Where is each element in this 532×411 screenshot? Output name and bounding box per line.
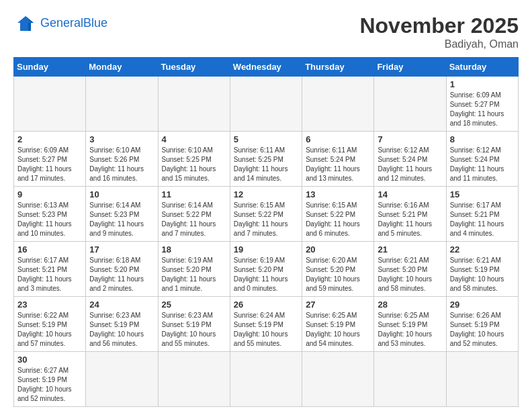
calendar-day-cell: 19Sunrise: 6:19 AMSunset: 5:20 PMDayligh… <box>230 242 302 297</box>
weekday-header-saturday: Saturday <box>446 58 518 77</box>
day-number: 11 <box>162 189 226 199</box>
day-number: 3 <box>89 134 154 144</box>
day-sun-info: Sunrise: 6:12 AMSunset: 5:24 PMDaylight:… <box>450 146 515 183</box>
calendar-day-cell: 26Sunrise: 6:24 AMSunset: 5:19 PMDayligh… <box>230 297 302 352</box>
day-number: 24 <box>89 300 154 310</box>
weekday-header-sunday: Sunday <box>14 58 86 77</box>
month-year-title: November 2025 <box>359 13 519 38</box>
day-number: 29 <box>450 300 515 310</box>
calendar-day-cell: 2Sunrise: 6:09 AMSunset: 5:27 PMDaylight… <box>14 132 86 187</box>
calendar-day-cell: 7Sunrise: 6:12 AMSunset: 5:24 PMDaylight… <box>374 132 446 187</box>
calendar-day-cell <box>302 77 374 132</box>
calendar-week-row: 16Sunrise: 6:17 AMSunset: 5:21 PMDayligh… <box>14 242 519 297</box>
calendar-day-cell: 15Sunrise: 6:17 AMSunset: 5:21 PMDayligh… <box>446 187 518 242</box>
day-sun-info: Sunrise: 6:25 AMSunset: 5:19 PMDaylight:… <box>306 311 370 349</box>
day-sun-info: Sunrise: 6:14 AMSunset: 5:23 PMDaylight:… <box>89 201 154 238</box>
day-sun-info: Sunrise: 6:10 AMSunset: 5:25 PMDaylight:… <box>162 146 226 183</box>
day-number: 1 <box>450 79 515 89</box>
logo-icon <box>13 13 38 34</box>
calendar-day-cell: 12Sunrise: 6:15 AMSunset: 5:22 PMDayligh… <box>230 187 302 242</box>
calendar-day-cell <box>14 77 86 132</box>
day-number: 8 <box>450 134 515 144</box>
weekday-header-tuesday: Tuesday <box>158 58 230 77</box>
title-block: November 2025 Badiyah, Oman <box>359 13 519 50</box>
calendar-day-cell: 4Sunrise: 6:10 AMSunset: 5:25 PMDaylight… <box>158 132 230 187</box>
day-number: 30 <box>17 355 82 365</box>
calendar-day-cell <box>302 352 374 407</box>
weekday-header-thursday: Thursday <box>302 58 374 77</box>
day-sun-info: Sunrise: 6:11 AMSunset: 5:25 PMDaylight:… <box>234 146 298 183</box>
calendar-day-cell: 14Sunrise: 6:16 AMSunset: 5:21 PMDayligh… <box>374 187 446 242</box>
calendar-day-cell <box>158 77 230 132</box>
day-sun-info: Sunrise: 6:21 AMSunset: 5:20 PMDaylight:… <box>378 256 442 293</box>
day-sun-info: Sunrise: 6:12 AMSunset: 5:24 PMDaylight:… <box>378 146 442 183</box>
day-sun-info: Sunrise: 6:10 AMSunset: 5:26 PMDaylight:… <box>89 146 154 183</box>
calendar-table: SundayMondayTuesdayWednesdayThursdayFrid… <box>13 57 519 407</box>
day-number: 25 <box>162 300 226 310</box>
calendar-day-cell: 30Sunrise: 6:27 AMSunset: 5:19 PMDayligh… <box>14 352 86 407</box>
day-sun-info: Sunrise: 6:19 AMSunset: 5:20 PMDaylight:… <box>234 256 298 293</box>
weekday-header-monday: Monday <box>86 58 158 77</box>
calendar-day-cell: 11Sunrise: 6:14 AMSunset: 5:22 PMDayligh… <box>158 187 230 242</box>
day-number: 4 <box>162 134 226 144</box>
day-sun-info: Sunrise: 6:09 AMSunset: 5:27 PMDaylight:… <box>17 146 82 183</box>
calendar-day-cell <box>86 352 158 407</box>
calendar-day-cell: 17Sunrise: 6:18 AMSunset: 5:20 PMDayligh… <box>86 242 158 297</box>
calendar-day-cell: 3Sunrise: 6:10 AMSunset: 5:26 PMDaylight… <box>86 132 158 187</box>
day-number: 6 <box>306 134 370 144</box>
day-sun-info: Sunrise: 6:17 AMSunset: 5:21 PMDaylight:… <box>450 201 515 238</box>
calendar-day-cell: 9Sunrise: 6:13 AMSunset: 5:23 PMDaylight… <box>14 187 86 242</box>
calendar-day-cell <box>374 352 446 407</box>
day-number: 12 <box>234 189 298 199</box>
day-sun-info: Sunrise: 6:19 AMSunset: 5:20 PMDaylight:… <box>162 256 226 293</box>
calendar-week-row: 30Sunrise: 6:27 AMSunset: 5:19 PMDayligh… <box>14 352 519 407</box>
day-number: 9 <box>17 189 82 199</box>
day-sun-info: Sunrise: 6:11 AMSunset: 5:24 PMDaylight:… <box>306 146 370 183</box>
weekday-header-row: SundayMondayTuesdayWednesdayThursdayFrid… <box>14 58 519 77</box>
calendar-day-cell: 18Sunrise: 6:19 AMSunset: 5:20 PMDayligh… <box>158 242 230 297</box>
day-sun-info: Sunrise: 6:21 AMSunset: 5:19 PMDaylight:… <box>450 256 515 293</box>
day-number: 15 <box>450 189 515 199</box>
day-number: 22 <box>450 244 515 255</box>
calendar-day-cell: 1Sunrise: 6:09 AMSunset: 5:27 PMDaylight… <box>446 77 518 132</box>
calendar-day-cell: 29Sunrise: 6:26 AMSunset: 5:19 PMDayligh… <box>446 297 518 352</box>
logo: GeneralBlue <box>13 13 107 34</box>
day-sun-info: Sunrise: 6:14 AMSunset: 5:22 PMDaylight:… <box>162 201 226 238</box>
day-sun-info: Sunrise: 6:25 AMSunset: 5:19 PMDaylight:… <box>378 311 442 349</box>
logo-text: GeneralBlue <box>40 17 107 30</box>
day-number: 28 <box>378 300 442 310</box>
calendar-day-cell: 24Sunrise: 6:23 AMSunset: 5:19 PMDayligh… <box>86 297 158 352</box>
day-number: 14 <box>378 189 442 199</box>
calendar-week-row: 1Sunrise: 6:09 AMSunset: 5:27 PMDaylight… <box>14 77 519 132</box>
calendar-day-cell: 6Sunrise: 6:11 AMSunset: 5:24 PMDaylight… <box>302 132 374 187</box>
calendar-day-cell: 13Sunrise: 6:15 AMSunset: 5:22 PMDayligh… <box>302 187 374 242</box>
day-number: 2 <box>17 134 82 144</box>
day-sun-info: Sunrise: 6:22 AMSunset: 5:19 PMDaylight:… <box>17 311 82 349</box>
calendar-day-cell <box>158 352 230 407</box>
day-number: 18 <box>162 244 226 255</box>
day-sun-info: Sunrise: 6:09 AMSunset: 5:27 PMDaylight:… <box>450 91 515 128</box>
weekday-header-wednesday: Wednesday <box>230 58 302 77</box>
calendar-day-cell: 22Sunrise: 6:21 AMSunset: 5:19 PMDayligh… <box>446 242 518 297</box>
calendar-day-cell <box>230 77 302 132</box>
calendar-day-cell: 8Sunrise: 6:12 AMSunset: 5:24 PMDaylight… <box>446 132 518 187</box>
page-header: GeneralBlue November 2025 Badiyah, Oman <box>13 13 519 50</box>
day-sun-info: Sunrise: 6:23 AMSunset: 5:19 PMDaylight:… <box>89 311 154 349</box>
calendar-week-row: 23Sunrise: 6:22 AMSunset: 5:19 PMDayligh… <box>14 297 519 352</box>
day-number: 7 <box>378 134 442 144</box>
day-sun-info: Sunrise: 6:15 AMSunset: 5:22 PMDaylight:… <box>306 201 370 238</box>
day-sun-info: Sunrise: 6:18 AMSunset: 5:20 PMDaylight:… <box>89 256 154 293</box>
day-sun-info: Sunrise: 6:26 AMSunset: 5:19 PMDaylight:… <box>450 311 515 349</box>
day-number: 5 <box>234 134 298 144</box>
calendar-day-cell: 27Sunrise: 6:25 AMSunset: 5:19 PMDayligh… <box>302 297 374 352</box>
calendar-day-cell: 23Sunrise: 6:22 AMSunset: 5:19 PMDayligh… <box>14 297 86 352</box>
location-subtitle: Badiyah, Oman <box>359 38 519 50</box>
calendar-day-cell: 20Sunrise: 6:20 AMSunset: 5:20 PMDayligh… <box>302 242 374 297</box>
day-sun-info: Sunrise: 6:13 AMSunset: 5:23 PMDaylight:… <box>17 201 82 238</box>
calendar-day-cell: 25Sunrise: 6:23 AMSunset: 5:19 PMDayligh… <box>158 297 230 352</box>
calendar-day-cell: 21Sunrise: 6:21 AMSunset: 5:20 PMDayligh… <box>374 242 446 297</box>
day-sun-info: Sunrise: 6:15 AMSunset: 5:22 PMDaylight:… <box>234 201 298 238</box>
calendar-day-cell: 16Sunrise: 6:17 AMSunset: 5:21 PMDayligh… <box>14 242 86 297</box>
day-number: 13 <box>306 189 370 199</box>
day-number: 21 <box>378 244 442 255</box>
